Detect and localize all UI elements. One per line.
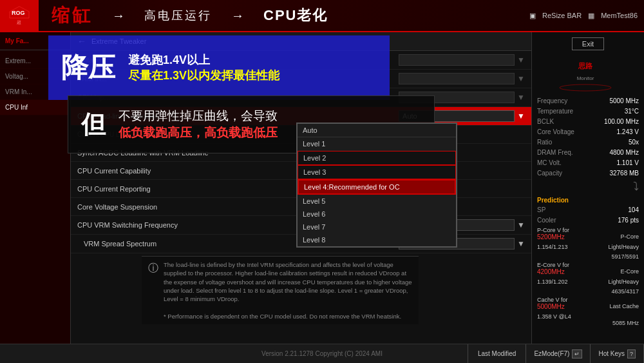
banner-subtitle: 高电压运行 [144,8,212,23]
pcore-for-label: P-Core V for [537,227,639,233]
rp-bclk-row: BCLK 100.00 MHz [537,118,639,125]
pcore-freq-row: 5200MHz P-Core [537,233,639,240]
ez-mode-label: EzMode(F7) [534,350,569,357]
pcore-clk: 5917/5591 [537,253,639,260]
svg-text:思路: 思路 [578,62,593,70]
overlay1-line1: 避免跑1.4V以上 [128,52,279,68]
memtest-label: MemTest86 [601,12,638,19]
dropdown-item-7[interactable]: Level 7 [298,221,456,233]
prediction-icon: ⤵ [633,180,639,193]
bottom-right-buttons: Last Modified EzMode(F7) ↵ Hot Keys ? [468,344,644,363]
overlay2-title: 但 [81,108,106,141]
overlay2-line1: 不要用弹性掉压曲线，会导致 [118,108,278,124]
rp-bclk-label: BCLK [537,118,554,125]
banner-subtitle2: CPU老化 [263,6,328,25]
dropdown-item-5[interactable]: Level 5 [298,195,456,208]
overlay2-line2: 低负载跑高压，高负载跑低压 [118,124,278,141]
cpu-rep-label: CPU Current Reporting [77,185,151,193]
rp-dram-label: DRAM Freq. [537,149,573,156]
banner-arrow: → [112,8,125,23]
ecore-for-label: E-Core V for [537,262,639,268]
ecore-clk: 4635/4317 [537,288,639,295]
rp-frequency-row: Frequency 5000 MHz [537,97,639,104]
rp-cooler-label: Cooler [537,217,556,224]
rp-bclk-value: 100.00 MHz [604,118,639,125]
rp-ratio-label: Ratio [537,139,552,146]
vrm-arrow: ▼ [517,74,525,83]
dropdown-item-1[interactable]: Level 1 [298,137,456,151]
cpu-llc-arrow: ▼ [517,112,525,121]
vrm-freq-arrow: ▼ [517,221,525,230]
cpu-cap-label: CPU Current Capability [77,167,151,175]
rp-cvolt-row: Core Voltage 1.243 V [537,128,639,135]
right-panel: Exit 思路 Monitor Frequency 5000 MHz Tempe… [531,32,644,344]
pcore-type: P-Core [620,233,639,240]
rp-ratio-value: 50x [629,139,639,146]
rp-sp-value: 104 [628,206,639,213]
vrm-freq-label: CPU VRM Switching Frequency [77,221,178,229]
dropdown-item-2[interactable]: Level 2 [298,151,456,165]
rp-cvolt-label: Core Voltage [537,128,574,135]
dropdown-item-3[interactable]: Level 3 [298,165,456,179]
ecore-freq: 4200MHz [537,268,565,275]
rp-freq-value: 5000 MHz [609,97,639,104]
overlay1-title: 降压 [61,50,115,86]
core-susp-label: Core Voltage Suspension [77,203,157,211]
ecore-volt-row: 1.139/1.202 Light/Heavy [537,279,639,285]
svg-rect-2 [537,55,634,94]
hot-keys-label: Hot Keys [598,350,625,357]
cache-type: Last Cache [609,303,639,310]
sidebar-item-vrm-label: VRM In... [5,88,32,95]
cpu-inp-arrow: ▼ [517,93,525,102]
rp-sp-row: SP 104 [537,206,639,213]
rp-dram-row: DRAM Freq. 4800 MHz [537,149,639,156]
exit-button[interactable]: Exit [572,37,604,50]
info-text: The load-line is defined by the Intel VR… [164,260,412,320]
rp-freq-label: Frequency [537,97,567,104]
pcore-freq: 5200MHz [537,233,565,240]
cache-freq-row: 5000MHz Last Cache [537,303,639,310]
pcore-lh: Light/Heavy [608,244,639,250]
rog-logo: ROG 超 [0,0,39,32]
top-banner: ROG 超 缩缸 → 高电压运行 → CPU老化 ▣ ReSize BAR ▦ … [0,0,644,32]
rp-temp-row: Temperature 31°C [537,108,639,115]
ecore-volt: 1.139/1.202 [537,279,568,285]
ez-mode-button[interactable]: EzMode(F7) ↵ [526,344,591,363]
version-text: Version 2.21.1278 Copyright (C) 2024 AMI [261,350,383,357]
top-right-icons: ▣ ReSize BAR ▦ MemTest86 [529,12,638,20]
dropdown-item-4[interactable]: Level 4:Recommended for OC [298,179,456,195]
spread-arrow: ▼ [517,239,525,248]
rp-cvolt-value: 1.243 V [617,128,639,135]
sidebar-item-cpu[interactable]: CPU Inf [0,100,70,115]
banner-arrow2: → [231,8,244,23]
hot-keys-button[interactable]: Hot Keys ? [591,344,644,363]
rp-sp-label: SP [537,206,545,213]
cache-for-label: Cache V for [537,297,639,303]
rp-temp-label: Temperature [537,108,573,115]
ez-mode-key: ↵ [572,349,582,358]
rp-cooler-value: 176 pts [618,217,639,224]
pcore-volt: 1.154/1.213 [537,244,568,250]
overlay2-text: 不要用弹性掉压曲线，会导致 低负载跑高压，高负载跑低压 [118,108,278,141]
last-modified-label: Last Modified [468,344,526,363]
dropdown-item-auto[interactable]: Auto [298,124,456,137]
svg-text:Monitor: Monitor [577,75,594,81]
overlay1-text: 避免跑1.4V以上 尽量在1.3V以内发挥最佳性能 [128,52,279,83]
rp-ratio-row: Ratio 50x [537,139,639,146]
resize-bar-label: ReSize BAR [542,12,582,19]
ecore-freq-row: 4200MHz E-Core [537,268,639,275]
dropdown-item-8[interactable]: Level 8 [298,233,456,246]
rp-mc-row: MC Volt. 1.101 V [537,159,639,166]
banner-title: 缩缸 [52,3,93,28]
rp-capacity-value: 32768 MB [609,170,639,177]
sidebar-item-extreme-label: Extrem... [5,57,31,64]
spread-label: VRM Spread Spectrum [84,240,156,248]
rog-eye-logo: 思路 Monitor [537,55,634,94]
cache-volt: 1.358 V @L4 [537,313,639,320]
rp-cooler-row: Cooler 176 pts [537,217,639,224]
cache-freq: 5000MHz [537,303,565,310]
ecore-section: E-Core V for 4200MHz E-Core 1.139/1.202 … [537,262,639,295]
resize-bar-icon: ▣ [529,12,536,20]
dropdown-item-6[interactable]: Level 6 [298,208,456,221]
dropdown-menu[interactable]: Auto Level 1 Level 2 Level 3 Level 4:Rec… [296,123,457,248]
